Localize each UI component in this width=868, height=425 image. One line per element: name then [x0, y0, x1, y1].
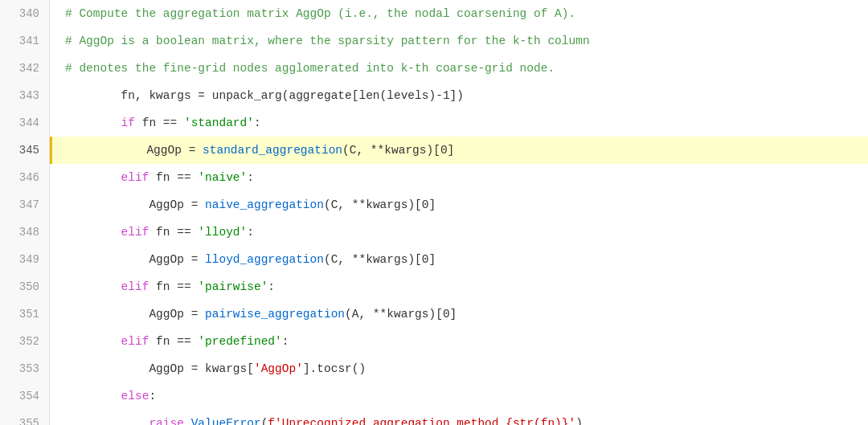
code-token: 'predefined'	[198, 328, 281, 355]
code-line: elif fn == 'naive':	[50, 164, 868, 191]
code-token: :	[282, 328, 289, 355]
code-token: AggOp = kwargs[	[65, 355, 254, 382]
code-token: elif	[65, 328, 149, 355]
line-number: 342	[0, 55, 49, 82]
line-number: 354	[0, 382, 49, 410]
code-token: elif	[65, 164, 149, 191]
code-token: standard_aggregation	[203, 137, 342, 164]
code-token: fn ==	[149, 273, 198, 300]
code-token: (A, **kwargs)[0]	[345, 300, 457, 328]
code-token: fn ==	[149, 164, 198, 191]
line-number: 348	[0, 219, 49, 246]
line-number: 344	[0, 109, 49, 137]
code-token: ValueError	[191, 410, 261, 425]
code-token: fn, kwargs = unpack_arg(aggregate[len(le…	[65, 82, 464, 109]
code-line: AggOp = pairwise_aggregation(A, **kwargs…	[50, 300, 868, 328]
line-number: 345	[0, 137, 49, 164]
code-token: (C, **kwargs)[0]	[324, 191, 436, 219]
code-line: # denotes the fine-grid nodes agglomerat…	[50, 55, 868, 82]
line-number: 350	[0, 273, 49, 300]
line-number: 349	[0, 246, 49, 273]
line-number: 346	[0, 164, 49, 191]
code-token: else	[65, 382, 149, 410]
code-token: elif	[65, 219, 149, 246]
code-token: lloyd_aggregation	[205, 246, 324, 273]
code-content: # Compute the aggregation matrix AggOp (…	[50, 0, 868, 425]
line-number: 355	[0, 410, 49, 425]
line-number: 340	[0, 0, 49, 27]
code-token: ].tocsr()	[303, 355, 366, 382]
code-token: fn ==	[149, 328, 198, 355]
code-token: (C, **kwargs)[0]	[324, 246, 436, 273]
code-token: 'AggOp'	[254, 355, 303, 382]
line-number-gutter: 3403413423433443453463473483493503513523…	[0, 0, 50, 425]
line-number: 353	[0, 355, 49, 382]
line-number: 351	[0, 300, 49, 328]
code-token: AggOp =	[65, 246, 205, 273]
code-editor: 3403413423433443453463473483493503513523…	[0, 0, 868, 425]
code-token: fn ==	[149, 219, 198, 246]
code-line: elif fn == 'lloyd':	[50, 219, 868, 246]
code-token	[65, 410, 149, 425]
code-token: 'standard'	[184, 109, 254, 137]
line-number: 343	[0, 82, 49, 109]
code-token: AggOp =	[65, 191, 205, 219]
code-token: (	[261, 410, 268, 425]
code-line: # AggOp is a boolean matrix, where the s…	[50, 27, 868, 55]
code-token: :	[247, 219, 254, 246]
code-token: AggOp =	[65, 300, 205, 328]
line-number: 347	[0, 191, 49, 219]
code-token: AggOp =	[63, 137, 203, 164]
code-token: # denotes the fine-grid nodes agglomerat…	[65, 55, 555, 82]
code-token: naive_aggregation	[205, 191, 324, 219]
code-line: fn, kwargs = unpack_arg(aggregate[len(le…	[50, 82, 868, 109]
code-token: :	[268, 273, 275, 300]
code-token: :	[247, 164, 254, 191]
code-token: # AggOp is a boolean matrix, where the s…	[65, 27, 590, 55]
code-line: AggOp = lloyd_aggregation(C, **kwargs)[0…	[50, 246, 868, 273]
code-token: if	[65, 109, 135, 137]
code-token: elif	[65, 273, 149, 300]
line-number: 341	[0, 27, 49, 55]
code-line: else:	[50, 382, 868, 410]
code-token: fn ==	[135, 109, 184, 137]
code-token: (C, **kwargs)[0]	[342, 137, 454, 164]
code-token: # Compute the aggregation matrix AggOp (…	[65, 0, 575, 27]
code-token: :	[149, 382, 156, 410]
code-line: # Compute the aggregation matrix AggOp (…	[50, 0, 868, 27]
code-token: pairwise_aggregation	[205, 300, 345, 328]
code-line: elif fn == 'predefined':	[50, 328, 868, 355]
code-token: 'naive'	[198, 164, 247, 191]
code-token: )	[575, 410, 583, 425]
code-token: raise	[149, 410, 190, 425]
code-token: 'pairwise'	[198, 273, 268, 300]
code-token: 'lloyd'	[198, 219, 247, 246]
code-line: AggOp = standard_aggregation(C, **kwargs…	[50, 137, 868, 164]
code-token: f'Unrecognized aggregation method {str(f…	[268, 410, 575, 425]
code-token: :	[254, 109, 261, 137]
code-line: if fn == 'standard':	[50, 109, 868, 137]
code-line: elif fn == 'pairwise':	[50, 273, 868, 300]
line-number: 352	[0, 328, 49, 355]
code-line: AggOp = naive_aggregation(C, **kwargs)[0…	[50, 191, 868, 219]
code-line: AggOp = kwargs['AggOp'].tocsr()	[50, 355, 868, 382]
code-line: raise ValueError(f'Unrecognized aggregat…	[50, 410, 868, 425]
